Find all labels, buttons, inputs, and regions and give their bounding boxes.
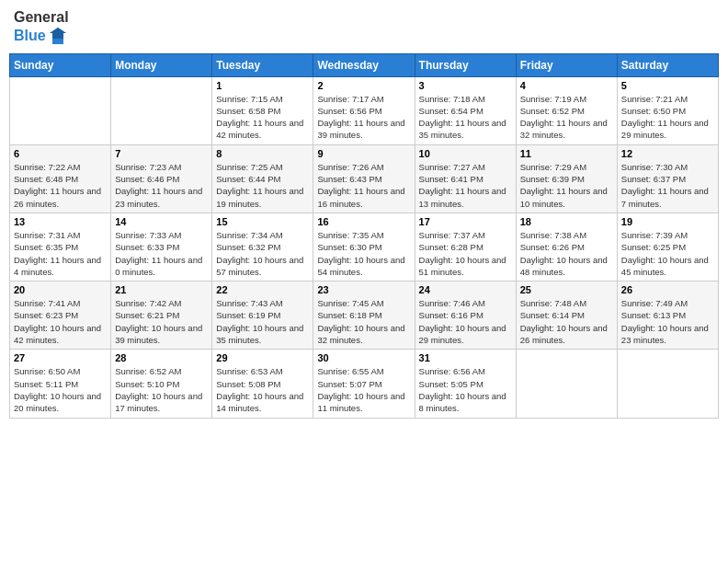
day-number: 11 (520, 148, 613, 159)
calendar-table: SundayMondayTuesdayWednesdayThursdayFrid… (9, 53, 719, 419)
day-number: 23 (317, 284, 410, 295)
day-number: 13 (14, 216, 107, 227)
day-number: 10 (419, 148, 512, 159)
day-number: 25 (520, 284, 613, 295)
calendar-cell: 4Sunrise: 7:19 AMSunset: 6:52 PMDaylight… (516, 76, 617, 144)
day-info: Sunrise: 7:25 AMSunset: 6:44 PMDaylight:… (216, 161, 309, 210)
calendar-cell: 19Sunrise: 7:39 AMSunset: 6:25 PMDayligh… (617, 213, 718, 281)
calendar-cell: 25Sunrise: 7:48 AMSunset: 6:14 PMDayligh… (516, 282, 617, 350)
day-number: 14 (115, 216, 208, 227)
day-number: 6 (14, 148, 107, 159)
day-info: Sunrise: 7:49 AMSunset: 6:13 PMDaylight:… (621, 297, 714, 346)
calendar-cell: 11Sunrise: 7:29 AMSunset: 6:39 PMDayligh… (516, 144, 617, 213)
calendar-cell (10, 76, 111, 144)
calendar-cell: 2Sunrise: 7:17 AMSunset: 6:56 PMDaylight… (313, 76, 415, 144)
calendar-week-row: 13Sunrise: 7:31 AMSunset: 6:35 PMDayligh… (10, 213, 719, 281)
calendar-cell (516, 350, 617, 418)
day-info: Sunrise: 7:23 AMSunset: 6:46 PMDaylight:… (115, 161, 208, 210)
day-info: Sunrise: 7:37 AMSunset: 6:28 PMDaylight:… (419, 229, 512, 278)
svg-marker-1 (50, 28, 66, 39)
calendar-cell: 6Sunrise: 7:22 AMSunset: 6:48 PMDaylight… (10, 144, 111, 213)
page-header: General Blue (9, 9, 719, 46)
day-number: 5 (621, 80, 714, 91)
day-number: 20 (14, 284, 107, 295)
day-info: Sunrise: 7:22 AMSunset: 6:48 PMDaylight:… (14, 161, 107, 210)
calendar-cell: 30Sunrise: 6:55 AMSunset: 5:07 PMDayligh… (313, 350, 415, 418)
calendar-cell: 14Sunrise: 7:33 AMSunset: 6:33 PMDayligh… (111, 213, 212, 281)
day-info: Sunrise: 6:53 AMSunset: 5:08 PMDaylight:… (216, 365, 309, 414)
day-info: Sunrise: 7:31 AMSunset: 6:35 PMDaylight:… (14, 229, 107, 278)
calendar-header-saturday: Saturday (617, 53, 718, 76)
calendar-cell: 5Sunrise: 7:21 AMSunset: 6:50 PMDaylight… (617, 76, 718, 144)
day-number: 28 (115, 352, 208, 363)
day-number: 2 (317, 80, 410, 91)
calendar-header-monday: Monday (111, 53, 212, 76)
logo-flag-icon (48, 26, 68, 46)
calendar-header-sunday: Sunday (10, 53, 111, 76)
day-info: Sunrise: 7:46 AMSunset: 6:16 PMDaylight:… (419, 297, 512, 346)
calendar-header-row: SundayMondayTuesdayWednesdayThursdayFrid… (10, 53, 719, 76)
day-info: Sunrise: 7:48 AMSunset: 6:14 PMDaylight:… (520, 297, 613, 346)
calendar-header-wednesday: Wednesday (313, 53, 415, 76)
day-info: Sunrise: 7:21 AMSunset: 6:50 PMDaylight:… (621, 93, 714, 142)
day-number: 21 (115, 284, 208, 295)
calendar-cell: 18Sunrise: 7:38 AMSunset: 6:26 PMDayligh… (516, 213, 617, 281)
calendar-cell (617, 350, 718, 418)
day-number: 4 (520, 80, 613, 91)
day-number: 24 (419, 284, 512, 295)
day-info: Sunrise: 7:45 AMSunset: 6:18 PMDaylight:… (317, 297, 410, 346)
day-info: Sunrise: 6:55 AMSunset: 5:07 PMDaylight:… (317, 365, 410, 414)
day-info: Sunrise: 7:35 AMSunset: 6:30 PMDaylight:… (317, 229, 410, 278)
calendar-week-row: 1Sunrise: 7:15 AMSunset: 6:58 PMDaylight… (10, 76, 719, 144)
day-number: 8 (216, 148, 309, 159)
calendar-week-row: 6Sunrise: 7:22 AMSunset: 6:48 PMDaylight… (10, 144, 719, 213)
day-info: Sunrise: 7:27 AMSunset: 6:41 PMDaylight:… (419, 161, 512, 210)
calendar-cell: 16Sunrise: 7:35 AMSunset: 6:30 PMDayligh… (313, 213, 415, 281)
logo-general: General (14, 9, 69, 26)
calendar-cell: 7Sunrise: 7:23 AMSunset: 6:46 PMDaylight… (111, 144, 212, 213)
calendar-cell: 13Sunrise: 7:31 AMSunset: 6:35 PMDayligh… (10, 213, 111, 281)
day-number: 18 (520, 216, 613, 227)
calendar-cell: 21Sunrise: 7:42 AMSunset: 6:21 PMDayligh… (111, 282, 212, 350)
day-info: Sunrise: 7:39 AMSunset: 6:25 PMDaylight:… (621, 229, 714, 278)
calendar-cell: 24Sunrise: 7:46 AMSunset: 6:16 PMDayligh… (415, 282, 516, 350)
calendar-cell: 9Sunrise: 7:26 AMSunset: 6:43 PMDaylight… (313, 144, 415, 213)
calendar-header-tuesday: Tuesday (212, 53, 313, 76)
day-number: 9 (317, 148, 410, 159)
day-number: 15 (216, 216, 309, 227)
calendar-cell: 17Sunrise: 7:37 AMSunset: 6:28 PMDayligh… (415, 213, 516, 281)
day-info: Sunrise: 7:33 AMSunset: 6:33 PMDaylight:… (115, 229, 208, 278)
calendar-cell: 20Sunrise: 7:41 AMSunset: 6:23 PMDayligh… (10, 282, 111, 350)
day-info: Sunrise: 7:42 AMSunset: 6:21 PMDaylight:… (115, 297, 208, 346)
calendar-cell: 31Sunrise: 6:56 AMSunset: 5:05 PMDayligh… (415, 350, 516, 418)
logo-text-block: General Blue (14, 9, 69, 46)
day-info: Sunrise: 6:52 AMSunset: 5:10 PMDaylight:… (115, 365, 208, 414)
day-info: Sunrise: 7:15 AMSunset: 6:58 PMDaylight:… (216, 93, 309, 142)
day-number: 30 (317, 352, 410, 363)
calendar-week-row: 20Sunrise: 7:41 AMSunset: 6:23 PMDayligh… (10, 282, 719, 350)
calendar-header-thursday: Thursday (415, 53, 516, 76)
day-info: Sunrise: 7:41 AMSunset: 6:23 PMDaylight:… (14, 297, 107, 346)
calendar-cell: 12Sunrise: 7:30 AMSunset: 6:37 PMDayligh… (617, 144, 718, 213)
logo-blue: Blue (14, 26, 69, 46)
calendar-cell: 10Sunrise: 7:27 AMSunset: 6:41 PMDayligh… (415, 144, 516, 213)
day-number: 12 (621, 148, 714, 159)
calendar-cell (111, 76, 212, 144)
calendar-cell: 1Sunrise: 7:15 AMSunset: 6:58 PMDaylight… (212, 76, 313, 144)
day-info: Sunrise: 6:50 AMSunset: 5:11 PMDaylight:… (14, 365, 107, 414)
day-number: 17 (419, 216, 512, 227)
day-number: 16 (317, 216, 410, 227)
calendar-cell: 27Sunrise: 6:50 AMSunset: 5:11 PMDayligh… (10, 350, 111, 418)
day-info: Sunrise: 7:18 AMSunset: 6:54 PMDaylight:… (419, 93, 512, 142)
calendar-cell: 28Sunrise: 6:52 AMSunset: 5:10 PMDayligh… (111, 350, 212, 418)
day-number: 26 (621, 284, 714, 295)
calendar-week-row: 27Sunrise: 6:50 AMSunset: 5:11 PMDayligh… (10, 350, 719, 418)
day-number: 27 (14, 352, 107, 363)
calendar-cell: 22Sunrise: 7:43 AMSunset: 6:19 PMDayligh… (212, 282, 313, 350)
day-info: Sunrise: 7:38 AMSunset: 6:26 PMDaylight:… (520, 229, 613, 278)
calendar-header-friday: Friday (516, 53, 617, 76)
calendar-cell: 3Sunrise: 7:18 AMSunset: 6:54 PMDaylight… (415, 76, 516, 144)
logo: General Blue (14, 9, 69, 46)
calendar-cell: 15Sunrise: 7:34 AMSunset: 6:32 PMDayligh… (212, 213, 313, 281)
day-info: Sunrise: 7:17 AMSunset: 6:56 PMDaylight:… (317, 93, 410, 142)
